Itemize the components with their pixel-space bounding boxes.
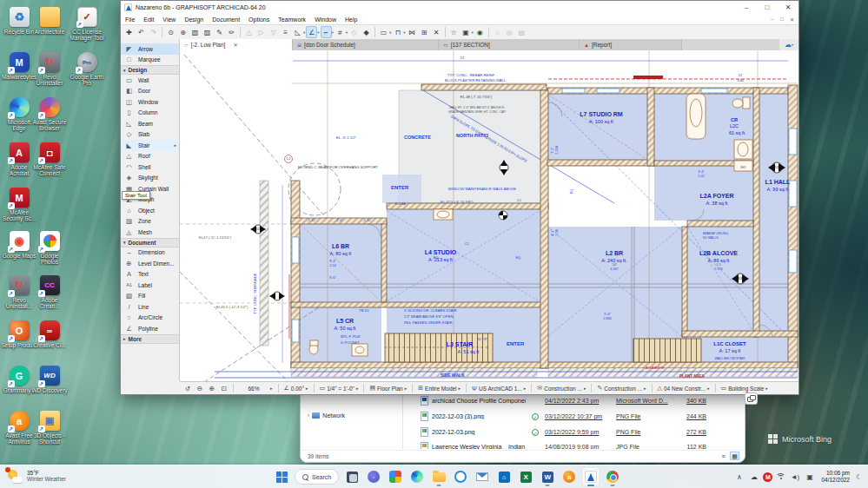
expander-icon[interactable]: › (308, 412, 309, 419)
desktop-icon-revo[interactable]: ↻↗Revo Uninstaller (31, 52, 68, 86)
cortana-button[interactable] (452, 467, 469, 486)
tool-object[interactable]: ⌂Object (121, 205, 179, 216)
mcafee-tray-icon[interactable]: M (763, 472, 772, 482)
desktop-icon-wd-discovery[interactable]: WD↗WD Discovery (31, 366, 68, 393)
tool-text[interactable]: AText (121, 269, 179, 280)
menu-design[interactable]: Design (180, 16, 208, 23)
drawing-area[interactable]: 115 118 111 C-2 L6 BRA: 80 sq ft L4 STUD… (180, 50, 798, 381)
tool-label[interactable]: A1Label (121, 280, 179, 291)
chrome-button[interactable] (604, 467, 621, 486)
favorites-palette-icon[interactable]: ▧ (189, 26, 201, 38)
virtual-trace-icon[interactable]: ⊞ (419, 26, 430, 38)
zoom-previous-icon[interactable]: ↺ (182, 385, 193, 392)
zoom-tool-icon[interactable]: ⊕ (177, 26, 189, 38)
tray-overflow-chevron[interactable]: ∧ (733, 473, 745, 481)
home-view-icon[interactable]: ⌂ (492, 26, 503, 38)
tool-shell[interactable]: ◠Shell (121, 162, 179, 173)
zoom-in-icon[interactable]: ⊕ (207, 385, 217, 392)
orientation-control[interactable]: ∠0.00°▸ (282, 385, 310, 392)
desktop-icon-cc-license[interactable]: ✓↗CC License Manager Tool (69, 7, 105, 41)
intersect-icon[interactable]: ⋈ (407, 26, 418, 38)
zoom-out-icon[interactable]: ⊖ (195, 385, 205, 392)
renovation-control[interactable]: △04 New Constr...▸ (656, 385, 712, 392)
tool-polyline[interactable]: ∠Polyline (121, 323, 179, 334)
tab-section[interactable]: ▭[137 SECTION] (439, 39, 580, 50)
excel-button[interactable]: X (517, 467, 534, 486)
desktop-icon-3d-objects[interactable]: ▣↗3D Objects - Shortcut (31, 411, 68, 445)
fit-in-window-icon[interactable]: ⊡ (219, 385, 229, 392)
tool-column[interactable]: ▯Column (121, 108, 179, 119)
archicad-title-bar[interactable]: Nazareno 6b - GRAPHISOFT ARCHICAD-64 20 … (121, 1, 798, 14)
undo-icon[interactable]: ↶ (136, 26, 147, 38)
list-view-button[interactable]: ≡ (719, 452, 728, 460)
menu-window[interactable]: Window (310, 16, 341, 23)
tool-arrow[interactable]: ◤Arrow (121, 43, 179, 55)
building-scale-control[interactable]: ▭Building Scale▸ (719, 385, 770, 392)
tool-roof[interactable]: △Roof (121, 151, 179, 162)
file-row[interactable]: 2022-12-03.png ✓ 03/12/2022 9:59 pm PNG … (405, 425, 741, 439)
menu-teamwork[interactable]: Teamwork (274, 16, 310, 23)
tool-wall[interactable]: ▭Wall (121, 75, 179, 86)
tab-close-icon[interactable]: ✕ (233, 42, 237, 48)
tool-fill[interactable]: ▧Fill (121, 291, 179, 302)
archicad-window[interactable]: Nazareno 6b - GRAPHISOFT ARCHICAD-64 20 … (120, 0, 799, 395)
maximize-button[interactable]: □ (757, 1, 778, 14)
menu-document[interactable]: Document (208, 16, 244, 23)
tool-beam[interactable]: ◺Beam (121, 118, 179, 129)
menu-options[interactable]: Options (244, 16, 274, 23)
photos-button[interactable] (387, 467, 404, 486)
tool-marquee[interactable]: □Marquee (121, 55, 179, 66)
minimize-button[interactable]: – (736, 1, 757, 14)
pen-set-control[interactable]: ΨUS ArchiCAD 1...▸ (470, 386, 527, 392)
tool-door[interactable]: ◧Door (121, 86, 179, 97)
chat-button[interactable]: ◦ (365, 467, 382, 486)
search-box[interactable]: Search (295, 469, 339, 485)
close-button[interactable]: ✕ (778, 1, 798, 14)
find-select-icon[interactable]: ⊙ (165, 26, 176, 38)
camera-icon[interactable]: ▣ (804, 473, 815, 481)
details-view-button[interactable]: ▦ (730, 452, 739, 460)
align-icon[interactable]: △ (243, 26, 255, 38)
suspend-groups-icon[interactable]: ✕ (431, 26, 442, 38)
snap-reference-icon[interactable]: ◆ (361, 26, 372, 38)
trace-reference-icon[interactable]: ⊓ (392, 26, 403, 38)
wifi-icon[interactable] (776, 473, 785, 481)
pencil-tool-icon[interactable]: ✏ (226, 26, 237, 38)
onedrive-icon[interactable]: ☁ (748, 473, 759, 481)
floor-plan-control[interactable]: ▤Floor Plan▸ (368, 385, 408, 392)
desktop-icon-google-earth[interactable]: Pro↗Google Earth Pro (69, 52, 105, 86)
gravity-icon[interactable]: ◺ (292, 26, 303, 38)
tab-report[interactable]: ▲[Report] (580, 39, 682, 50)
distribute-icon[interactable]: ▷ (255, 26, 267, 38)
do-not-disturb-icon[interactable]: ☾ (853, 473, 865, 481)
tool-skylight[interactable]: ◈Skylight (121, 173, 179, 184)
weather-widget[interactable]: 35°FWinter Weather (7, 468, 66, 484)
mdi-minimize-icon[interactable]: – (766, 16, 775, 23)
tab-door-schedule[interactable]: ⊞[dsn Door Schedule] (293, 39, 439, 50)
desktop-icon-creative-cloud[interactable]: ∞↗Creative Cl... (31, 320, 68, 348)
desktop-icon-adobe-cc[interactable]: CC↗Adobe Creati... (31, 275, 68, 309)
desktop-icon-google-photos[interactable]: ↗Google Photos (31, 231, 68, 265)
redo-icon[interactable]: ↷ (148, 26, 159, 38)
avast-browser-button[interactable]: a (560, 467, 578, 486)
file-explorer-button[interactable] (430, 467, 447, 486)
layer-settings-icon[interactable]: ▣ (461, 26, 472, 38)
desktop-icon-mcafee-security[interactable]: M↗McAfee Security Sc... (1, 188, 37, 221)
desktop-icon-avast-browser[interactable]: ↗Avast Secure Browser (31, 97, 68, 131)
snap-points-icon[interactable]: ◇ (348, 26, 360, 38)
file-row[interactable]: archicad Choose Profile Components ... 0… (405, 393, 741, 408)
word-button[interactable]: W (539, 467, 556, 486)
tool-zone[interactable]: ▨Zone (121, 216, 179, 228)
zoom-level-control[interactable]: 66%▸ (237, 386, 275, 392)
dimension-style-control[interactable]: ✎Construction ...▸ (595, 385, 647, 392)
tab-low-plan[interactable]: ▱[-2. Low Plan]✕ (180, 39, 293, 50)
tool-arc-circle[interactable]: ○Arc/Circle (121, 313, 179, 324)
snap-layout-icon[interactable] (745, 392, 758, 405)
start-button[interactable] (273, 467, 290, 486)
tool-dimension[interactable]: ↔Dimension (121, 247, 179, 259)
nav-item-network[interactable]: ›Network (308, 412, 345, 419)
file-explorer-window[interactable]: ›Network archicad Choose Profile Compone… (300, 391, 745, 463)
store-button[interactable]: ⌂ (495, 467, 513, 486)
mdi-close-icon[interactable]: ✕ (785, 16, 794, 23)
menu-edit[interactable]: Edit (139, 16, 158, 23)
